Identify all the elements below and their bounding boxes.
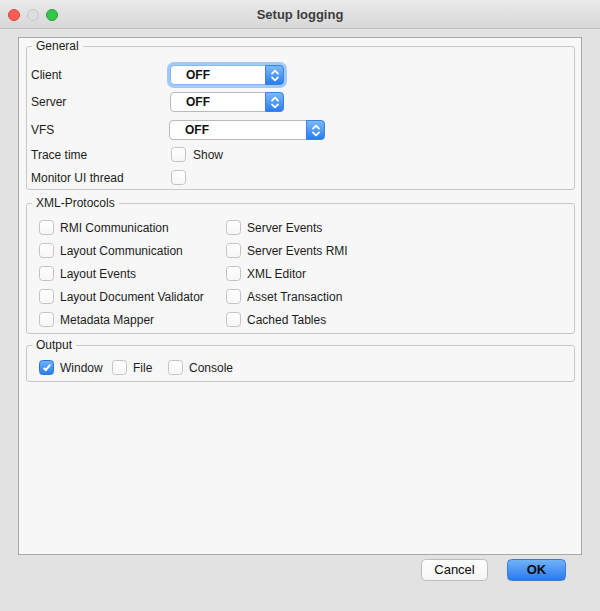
- layout-events-label: Layout Events: [60, 267, 136, 281]
- output-file-label: File: [133, 361, 152, 375]
- checkbox-cached-tables[interactable]: [226, 312, 241, 327]
- client-label: Client: [31, 68, 62, 82]
- asset-transaction-label: Asset Transaction: [247, 290, 342, 304]
- cached-tables-label: Cached Tables: [247, 313, 326, 327]
- checkbox-monitor-ui-thread[interactable]: [171, 170, 186, 185]
- monitor-ui-thread-label: Monitor UI thread: [31, 171, 124, 185]
- server-events-label: Server Events: [247, 221, 322, 235]
- checkbox-server-events-rmi[interactable]: [226, 243, 241, 258]
- server-events-rmi-label: Server Events RMI: [247, 244, 348, 258]
- server-dropdown-value: OFF: [186, 93, 210, 111]
- general-group: General Client OFF Server OFF VFS OFF Tr…: [26, 46, 575, 190]
- rmi-communication-label: RMI Communication: [60, 221, 169, 235]
- checkbox-layout-events[interactable]: [39, 266, 54, 281]
- general-group-title: General: [32, 39, 83, 54]
- output-window-label: Window: [60, 361, 103, 375]
- title-bar: Setup logging: [0, 0, 600, 29]
- checkbox-output-window[interactable]: [39, 360, 54, 375]
- checkbox-layout-document-validator[interactable]: [39, 289, 54, 304]
- checkbox-output-file[interactable]: [112, 360, 127, 375]
- output-group: Output Window File Console: [26, 345, 575, 382]
- checkbox-layout-communication[interactable]: [39, 243, 54, 258]
- vfs-dropdown-value: OFF: [185, 121, 209, 139]
- checkbox-output-console[interactable]: [168, 360, 183, 375]
- content-panel: General Client OFF Server OFF VFS OFF Tr…: [18, 37, 582, 555]
- checkbox-metadata-mapper[interactable]: [39, 312, 54, 327]
- checkbox-rmi-communication[interactable]: [39, 220, 54, 235]
- xml-protocols-group-title: XML-Protocols: [32, 196, 119, 211]
- layout-document-validator-label: Layout Document Validator: [60, 290, 204, 304]
- checkbox-xml-editor[interactable]: [226, 266, 241, 281]
- checkbox-asset-transaction[interactable]: [226, 289, 241, 304]
- trace-time-label: Trace time: [31, 148, 87, 162]
- cancel-button[interactable]: Cancel: [421, 559, 488, 581]
- checkmark-icon: [42, 362, 50, 371]
- client-dropdown-value: OFF: [186, 66, 210, 84]
- chevron-updown-icon: [265, 65, 284, 85]
- xml-editor-label: XML Editor: [247, 267, 306, 281]
- output-group-title: Output: [32, 338, 76, 353]
- output-console-label: Console: [189, 361, 233, 375]
- server-dropdown[interactable]: OFF: [170, 92, 284, 112]
- window-title: Setup logging: [0, 7, 600, 22]
- xml-protocols-group: XML-Protocols RMI Communication Server E…: [26, 203, 575, 334]
- client-dropdown[interactable]: OFF: [170, 65, 284, 85]
- ok-button[interactable]: OK: [507, 559, 566, 581]
- layout-communication-label: Layout Communication: [60, 244, 183, 258]
- vfs-dropdown[interactable]: OFF: [169, 120, 325, 140]
- chevron-updown-icon: [265, 92, 284, 112]
- checkbox-server-events[interactable]: [226, 220, 241, 235]
- vfs-label: VFS: [31, 123, 54, 137]
- metadata-mapper-label: Metadata Mapper: [60, 313, 154, 327]
- chevron-updown-icon: [306, 120, 325, 140]
- trace-time-show-label: Show: [193, 148, 223, 162]
- server-label: Server: [31, 95, 66, 109]
- checkbox-trace-time-show[interactable]: [171, 147, 186, 162]
